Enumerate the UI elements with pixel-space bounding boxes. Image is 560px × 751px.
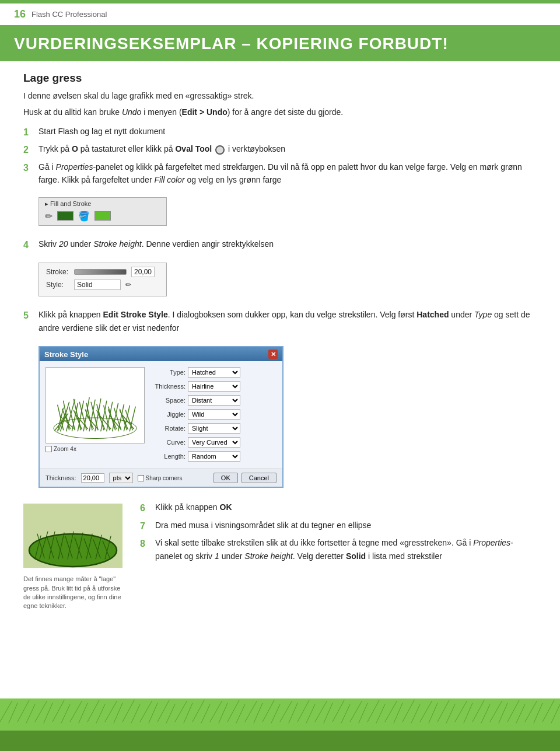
dialog-thickness-label: Thickness: [46,474,76,481]
bottom-caption: Det finnes mange måter å "lage" gress på… [23,575,123,611]
content-area: Lage gress I denne øvelsen skal du lage … [0,61,560,495]
thickness-ctrl-row: Thickness: Hairline [150,381,276,392]
step-3-number: 3 [23,160,38,176]
dialog-buttons: OK Cancel [214,473,276,483]
section-heading: Lage gress [23,72,537,85]
zoom-label: Zoom 4x [54,446,76,452]
dialog-close-button[interactable]: ✕ [268,350,278,359]
stroke-slider[interactable] [74,269,127,275]
stroke-color-swatch[interactable] [57,211,74,221]
rotate-label: Rotate: [150,425,186,432]
bottom-grass-svg [0,698,560,751]
page-header: 16 Flash CC Professional [0,4,560,26]
style-label: Style: [46,281,69,289]
bottom-section: Det finnes mange måter å "lage" gress på… [0,495,560,611]
curve-row: Curve: Very Curved [150,437,276,448]
fill-color-swatch[interactable] [94,211,111,221]
bottom-grass-image [23,501,123,571]
intro-paragraph-1: I denne øvelsen skal du lage grafikk med… [23,89,537,102]
step-8-text: Vi skal sette tilbake strekstilen slik a… [155,536,537,563]
curve-label: Curve: [150,439,186,446]
thickness-unit-select[interactable]: pts [109,473,133,483]
curve-select[interactable]: Very Curved [188,437,240,448]
step-8-number: 8 [140,536,155,551]
length-label: Length: [150,453,186,460]
dialog-preview [46,367,145,443]
step-4: 4 Skriv 20 under Stroke height. Denne ve… [23,237,537,253]
fill-stroke-row: ✏ 🪣 [45,211,160,222]
thickness-ctrl-label: Thickness: [150,383,186,390]
svg-rect-128 [0,731,560,751]
jiggle-select[interactable]: Wild [188,409,240,420]
step-4-text: Skriv 20 under Stroke height. Denne verd… [38,237,537,250]
step-7: 7 Dra med musa i visningsområdet slik at… [140,519,537,534]
step-3-text: Gå i Properties-panelet og klikk på farg… [38,160,537,187]
step-6-text: Klikk på knappen OK [155,501,537,514]
page-subtitle: Flash CC Professional [32,10,107,19]
step-4-number: 4 [23,237,38,253]
step-1: 1 Start Flash og lag et nytt dokument [23,125,537,140]
stroke-style-dialog: Stroke Style ✕ [38,346,284,488]
bottom-grass-bar [0,698,560,751]
space-row: Space: Distant [150,395,276,406]
space-select[interactable]: Distant [188,395,240,406]
grass-preview-svg [46,368,144,442]
thickness-ctrl-select[interactable]: Hairline [188,381,240,392]
zoom-checkbox-wrapper: Zoom 4x [46,446,145,452]
step-1-text: Start Flash og lag et nytt dokument [38,125,537,138]
step-6-number: 6 [140,501,155,516]
thickness-input[interactable] [81,473,104,483]
step-1-number: 1 [23,125,38,140]
space-label: Space: [150,397,186,404]
sharp-corners-wrapper: Sharp corners [138,475,183,481]
stroke-label: Stroke: [46,268,69,276]
steps-1-3: 1 Start Flash og lag et nytt dokument 2 … [23,125,537,187]
dialog-controls: Type: Hatched Thickness: Hairline Space: [150,367,276,463]
oval-tool-icon [215,145,225,155]
cancel-button[interactable]: Cancel [242,473,276,483]
step-4-wrapper: 4 Skriv 20 under Stroke height. Denne ve… [23,237,537,253]
step-5-wrapper: 5 Klikk på knappen Edit Stroke Style. I … [23,308,537,334]
dialog-body: Zoom 4x Type: Hatched Thickness: Hairl [40,361,282,469]
jiggle-row: Jiggle: Wild [150,409,276,420]
length-row: Length: Random [150,451,276,462]
step-2-text: Trykk på O på tastaturet eller klikk på … [38,142,537,155]
rotate-select[interactable]: Slight [188,423,240,434]
ok-button[interactable]: OK [214,473,238,483]
intro-paragraph-2: Husk at du alltid kan bruke Undo i menye… [23,106,537,118]
bottom-steps: 6 Klikk på knappen OK 7 Dra med musa i v… [140,501,537,565]
step-2-number: 2 [23,142,38,158]
step-5-number: 5 [23,308,38,323]
main-heading: VURDERINGSEKSEMPLAR – KOPIERING FORBUDT! [0,26,560,61]
dialog-title: Stroke Style [44,350,88,359]
type-select[interactable]: Hatched [188,367,240,378]
step-7-text: Dra med musa i visningsområdet slik at d… [155,519,537,532]
bottom-image-area: Det finnes mange måter å "lage" gress på… [23,501,128,611]
step-5-text: Klikk på knappen Edit Stroke Style. I di… [38,308,537,334]
rotate-row: Rotate: Slight [150,423,276,434]
jiggle-label: Jiggle: [150,411,186,418]
stroke-value: 20,00 [131,267,155,277]
sharp-corners-checkbox[interactable] [138,475,144,481]
style-row: Style: Solid ✏ [46,280,159,290]
zoom-checkbox[interactable] [46,446,52,452]
pencil-icon: ✏ [45,211,52,222]
sharp-corners-label: Sharp corners [146,475,183,481]
step-2: 2 Trykk på O på tastaturet eller klikk p… [23,142,537,158]
stroke-row: Stroke: 20,00 [46,267,159,277]
stroke-panel: Stroke: 20,00 Style: Solid ✏ [38,263,167,296]
step-5: 5 Klikk på knappen Edit Stroke Style. I … [23,308,537,334]
type-row: Type: Hatched [150,367,276,378]
page-number: 16 [14,8,26,20]
step-6: 6 Klikk på knappen OK [140,501,537,516]
style-select[interactable]: Solid [74,280,121,290]
step-7-number: 7 [140,519,155,534]
fill-stroke-title: ▸ Fill and Stroke [45,200,160,208]
dialog-wrapper: Stroke Style ✕ [38,346,284,488]
edit-style-icon[interactable]: ✏ [125,281,131,289]
dialog-bottom: Thickness: pts Sharp corners OK Cancel [40,469,282,487]
type-label: Type: [150,369,186,376]
dialog-titlebar: Stroke Style ✕ [40,347,282,361]
step-3: 3 Gå i Properties-panelet og klikk på fa… [23,160,537,187]
length-select[interactable]: Random [188,451,240,462]
